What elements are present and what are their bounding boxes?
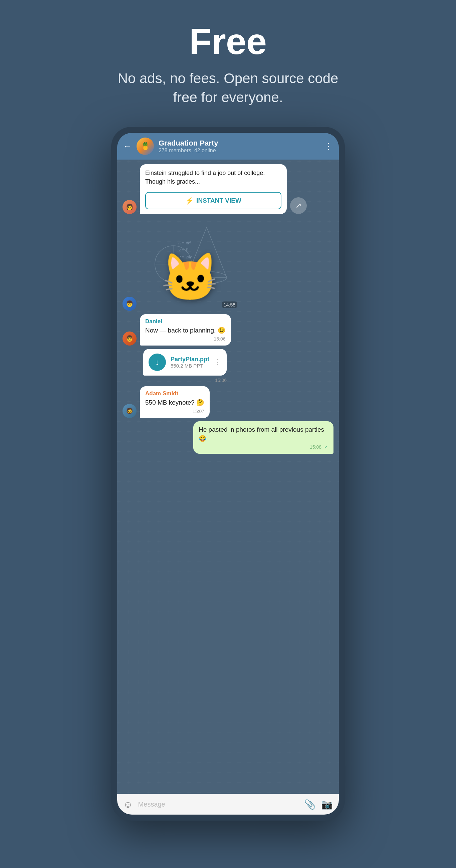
table-row: He pasted in photos from all previous pa… <box>123 421 333 454</box>
phone-screen: ← 🍍 Graduation Party 278 members, 42 onl… <box>117 133 339 814</box>
message-time: 15:08 ✓ <box>199 444 328 450</box>
instant-view-button[interactable]: ⚡ INSTANT VIEW <box>145 192 281 209</box>
attach-button[interactable]: 📎 <box>304 799 316 810</box>
sticker-container: A = πr²V = l³P = 2πrA = πr²s = √(r² + h²… <box>140 217 240 311</box>
hero-subtitle: No ads, no fees. Open source code free f… <box>111 69 345 107</box>
own-message-bubble: He pasted in photos from all previous pa… <box>193 421 333 454</box>
group-avatar: 🍍 <box>136 137 154 155</box>
message-time: 15:06 <box>145 336 226 342</box>
more-button[interactable]: ⋮ <box>324 141 333 152</box>
iv-label: INSTANT VIEW <box>196 197 241 204</box>
messages-area: 👩 Einstein struggled to find a job out o… <box>117 160 339 794</box>
table-row: 👨 Daniel Now — back to planning. 😉 15:06 <box>123 314 333 346</box>
avatar-emoji: 👨 <box>126 335 133 342</box>
sticker-time: 14:58 <box>222 302 237 308</box>
message-sender: Adam Smidt <box>145 390 204 397</box>
file-bubble: ↓ PartyPlan.ppt 550.2 MB PPT ⋮ <box>143 349 227 376</box>
table-row: 👦 A = πr²V = l³P = 2πrA = πr²s = √(r² + … <box>123 217 333 311</box>
page-title: Free <box>189 20 267 62</box>
file-menu-button[interactable]: ⋮ <box>214 358 221 367</box>
message-text: 550 MB keynote? 🤔 <box>145 398 204 407</box>
article-bubble: Einstein struggled to find a job out of … <box>140 164 287 214</box>
file-info: PartyPlan.ppt 550.2 MB PPT <box>171 356 209 369</box>
avatar: 👩 <box>123 200 136 214</box>
message-text: Now — back to planning. 😉 <box>145 326 226 335</box>
phone-mockup: ← 🍍 Graduation Party 278 members, 42 onl… <box>111 127 345 820</box>
message-bubble: Daniel Now — back to planning. 😉 15:06 <box>140 314 231 346</box>
download-button[interactable]: ↓ <box>149 353 166 371</box>
avatar: 👨 <box>123 332 136 345</box>
avatar-emoji: 👦 <box>126 300 133 307</box>
group-emoji: 🍍 <box>141 142 150 151</box>
avatar-emoji: 👩 <box>126 203 133 211</box>
file-time: 15:06 <box>143 378 227 383</box>
input-bar: ☺ Message 📎 📷 <box>117 794 339 814</box>
cat-sticker: 🐱 <box>161 254 219 301</box>
table-row: 🧔 Adam Smidt 550 MB keynote? 🤔 15:07 <box>123 386 333 418</box>
emoji-button[interactable]: ☺ <box>123 799 133 810</box>
file-name: PartyPlan.ppt <box>171 356 209 363</box>
chat-name: Graduation Party <box>158 139 320 148</box>
read-checkmark: ✓ <box>324 444 328 450</box>
lightning-icon: ⚡ <box>185 197 193 205</box>
chat-header: ← 🍍 Graduation Party 278 members, 42 onl… <box>117 133 339 160</box>
chat-info: Graduation Party 278 members, 42 online <box>158 139 320 154</box>
avatar-emoji: 🧔 <box>126 407 133 415</box>
file-bubble-wrapper: ↓ PartyPlan.ppt 550.2 MB PPT ⋮ 15:06 <box>143 349 227 383</box>
chat-meta: 278 members, 42 online <box>158 148 320 154</box>
table-row: ↓ PartyPlan.ppt 550.2 MB PPT ⋮ 15:06 <box>123 349 333 383</box>
message-bubble: Adam Smidt 550 MB keynote? 🤔 15:07 <box>140 386 210 418</box>
message-text: He pasted in photos from all previous pa… <box>199 425 328 443</box>
message-time: 15:07 <box>145 409 204 414</box>
camera-button[interactable]: 📷 <box>321 799 333 810</box>
table-row: 👩 Einstein struggled to find a job out o… <box>123 164 333 214</box>
message-input[interactable]: Message <box>138 801 299 808</box>
message-sender: Daniel <box>145 318 226 325</box>
back-button[interactable]: ← <box>123 141 132 152</box>
file-size: 550.2 MB PPT <box>171 363 209 369</box>
avatar: 👦 <box>123 297 136 311</box>
share-button[interactable]: ↗ <box>290 197 307 214</box>
article-text: Einstein struggled to find a job out of … <box>140 164 287 189</box>
avatar: 🧔 <box>123 404 136 418</box>
